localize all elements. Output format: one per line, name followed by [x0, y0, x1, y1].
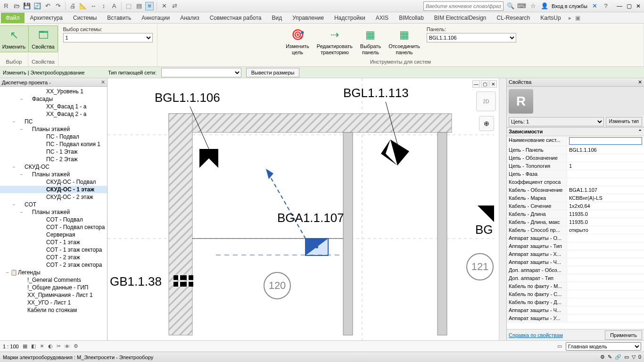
tree-node[interactable]: XX_Примечания - Лист 1: [0, 291, 107, 299]
tab-file[interactable]: Файл: [1, 13, 25, 23]
tree-node[interactable]: ПС - Подвал копия 1: [0, 140, 107, 148]
properties-close-icon[interactable]: ✕: [638, 79, 642, 85]
tab-addins[interactable]: Надстройки: [330, 13, 370, 23]
detach-panel-button[interactable]: ▦Отсоединить панель: [386, 25, 423, 57]
thin-lines-icon[interactable]: ≡: [145, 2, 154, 10]
status-filter-icon[interactable]: ▽: [632, 354, 636, 360]
tree-node[interactable]: −СОТ: [0, 201, 107, 208]
property-row[interactable]: Цепь - Топология1: [507, 162, 644, 170]
tab-kartsup[interactable]: KartsUp: [536, 13, 565, 23]
output-dims-button[interactable]: Вывести размеры: [246, 68, 300, 77]
tree-node[interactable]: −ПС: [0, 118, 107, 125]
visual-icon[interactable]: ◧: [31, 343, 36, 349]
property-row[interactable]: Аппарат защиты - О...: [507, 234, 644, 242]
tab-systems[interactable]: Системы: [68, 13, 101, 23]
star-icon[interactable]: ☆: [529, 2, 537, 10]
exchange-icon[interactable]: ✕: [590, 2, 599, 10]
net-type-select[interactable]: [161, 68, 241, 77]
type-selector[interactable]: Цепь: 1: [509, 117, 604, 126]
tab-annotations[interactable]: Аннотации: [137, 13, 174, 23]
apply-button[interactable]: Применить: [605, 330, 642, 340]
workset-select[interactable]: Главная модель: [566, 342, 641, 351]
tree-node[interactable]: СОТ - Подвал сектора: [0, 223, 107, 231]
align-icon[interactable]: ↔: [89, 2, 98, 10]
property-row[interactable]: Кабель по факту - Д...: [507, 298, 644, 306]
modify-button[interactable]: ↖ Изменить: [0, 25, 29, 52]
tree-node[interactable]: XX_Фасад 1 - а: [0, 103, 107, 110]
shadow-icon[interactable]: ◐: [48, 343, 53, 349]
property-row[interactable]: Коэффициент спроса: [507, 178, 644, 186]
tree-node[interactable]: !_Общие данные - ГИП: [0, 284, 107, 291]
property-row[interactable]: Наименование сист...: [507, 136, 644, 146]
property-row[interactable]: Кабель - Сечение1x2x0,64: [507, 202, 644, 210]
sync-icon[interactable]: 🔄: [33, 2, 41, 10]
tree-node[interactable]: ПС - 2 Этаж: [0, 156, 107, 163]
print-icon[interactable]: 🖨: [68, 2, 77, 10]
tree-node[interactable]: −Планы этажей: [0, 171, 107, 178]
tree-node[interactable]: XX_Фасад 2 - а: [0, 110, 107, 118]
save-icon[interactable]: 💾: [23, 2, 31, 10]
system-select[interactable]: 1: [63, 33, 153, 42]
search-input[interactable]: [423, 1, 504, 11]
property-grid[interactable]: Зависимости⌃ Наименование сист...Цепь - …: [507, 127, 644, 329]
search-icon[interactable]: 🔍: [506, 2, 515, 10]
section-icon[interactable]: ▤: [135, 2, 143, 10]
property-row[interactable]: Кабель - Длина11935.0: [507, 210, 644, 218]
property-row[interactable]: Доп. аппарат - Обоз...: [507, 266, 644, 274]
reveal-icon[interactable]: ⚙: [74, 343, 78, 349]
edit-type-button[interactable]: Изменить тип: [606, 117, 642, 126]
tree-node[interactable]: СКУД-ОС - Подвал: [0, 178, 107, 186]
category-collapse-icon[interactable]: ⌃: [638, 129, 642, 135]
tree-node[interactable]: СОТ - 1 этаж сектора: [0, 246, 107, 254]
project-tree[interactable]: XX_Уровень 1−ФасадыXX_Фасад 1 - аXX_Фаса…: [0, 87, 107, 340]
status-editable-icon[interactable]: ✎: [608, 354, 612, 360]
undo-icon[interactable]: ↶: [43, 2, 52, 10]
tree-node[interactable]: −Фасады: [0, 95, 107, 103]
edit-path-button[interactable]: ⇢Редактировать траекторию: [314, 25, 355, 57]
tab-bim-elec[interactable]: BIM ElectricalDesign: [429, 13, 491, 23]
tree-node[interactable]: СОТ - 1 этаж: [0, 239, 107, 246]
tree-node[interactable]: СКУД-ОС - 1 этаж: [0, 186, 107, 193]
select-panel-button[interactable]: ▦Выбрать панель: [357, 25, 384, 57]
sun-icon[interactable]: ☀: [40, 343, 44, 349]
tree-node[interactable]: −📋Легенды: [0, 269, 107, 276]
property-row[interactable]: Кабель по факту - М...: [507, 282, 644, 290]
property-row[interactable]: Кабель - ОбозначениеBGA1.1.107: [507, 186, 644, 194]
browser-close-icon[interactable]: ✕: [101, 79, 105, 85]
app-icon[interactable]: R: [2, 2, 10, 10]
measure-icon[interactable]: 📐: [79, 2, 87, 10]
text-icon[interactable]: A: [110, 2, 118, 10]
tree-node[interactable]: XX_УГО - Лист 1: [0, 299, 107, 306]
help-icon[interactable]: ?: [602, 2, 610, 10]
properties-help-link[interactable]: Справка по свойствам: [509, 332, 563, 338]
property-row[interactable]: Кабель по факту - С...: [507, 290, 644, 298]
property-row[interactable]: Аппарат защиты - Тип: [507, 242, 644, 250]
drawing-canvas[interactable]: — ▢ ✕ 2D ⊕ 120 12: [107, 78, 499, 340]
ribbon-minimize-icon[interactable]: ▣: [575, 15, 580, 21]
tree-node[interactable]: СОТ - Подвал: [0, 216, 107, 223]
property-row[interactable]: Кабель - Способ пр...открыто: [507, 226, 644, 234]
property-row[interactable]: Аппарат защиты - У...: [507, 314, 644, 322]
property-row[interactable]: Аппарат защиты - Ч...: [507, 258, 644, 266]
tab-collaborate[interactable]: Совместная работа: [205, 13, 266, 23]
property-row[interactable]: Кабель - МаркаКСВВнг(А)-LS: [507, 194, 644, 202]
tabs-overflow-icon[interactable]: ▸: [569, 15, 571, 21]
tree-node[interactable]: СКУД-ОС - 2 этаж: [0, 193, 107, 201]
tab-clresearch[interactable]: CL-Research: [492, 13, 535, 23]
tree-node[interactable]: −Планы этажей: [0, 208, 107, 216]
tab-insert[interactable]: Вставить: [102, 13, 136, 23]
property-row[interactable]: Цепь - Фаза: [507, 170, 644, 178]
tree-node[interactable]: Серверная: [0, 231, 107, 239]
tree-node[interactable]: Кабели по стоякам: [0, 306, 107, 314]
status-select-icon[interactable]: ▭: [624, 354, 629, 360]
panel-select[interactable]: BGL1.1.106: [427, 33, 516, 42]
property-row[interactable]: Аппарат защиты - Х...: [507, 250, 644, 258]
maximize-icon[interactable]: ▢: [625, 3, 633, 9]
redo-icon[interactable]: ↷: [54, 2, 62, 10]
property-row[interactable]: Аппарат защиты - Ч...: [507, 306, 644, 314]
crop-icon[interactable]: ✂: [57, 343, 61, 349]
tree-node[interactable]: −Планы этажей: [0, 125, 107, 133]
tree-node[interactable]: СОТ - 2 этаж: [0, 254, 107, 261]
keys-icon[interactable]: ⌨: [518, 2, 526, 10]
login-link[interactable]: Вход в службы: [552, 3, 587, 9]
